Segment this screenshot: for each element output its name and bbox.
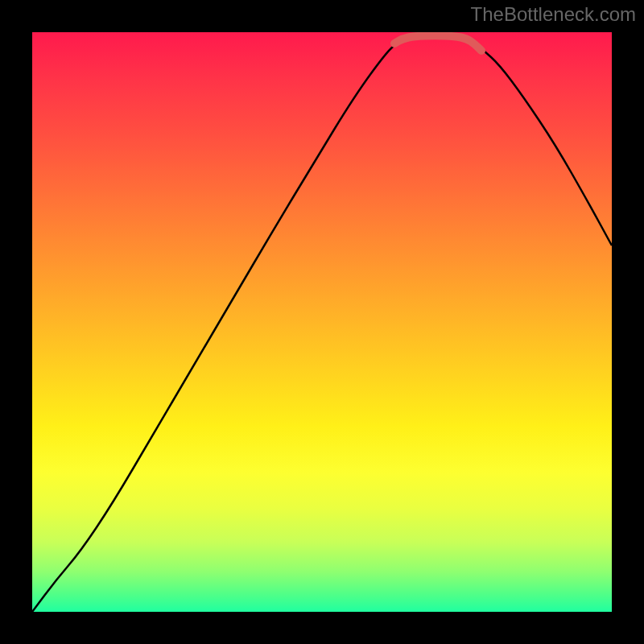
- attribution-label: TheBottleneck.com: [471, 3, 636, 26]
- bottleneck-curve-path: [32, 35, 612, 612]
- highlight-segment-path: [394, 35, 481, 51]
- chart-svg: [32, 32, 612, 612]
- chart-container: [32, 32, 612, 612]
